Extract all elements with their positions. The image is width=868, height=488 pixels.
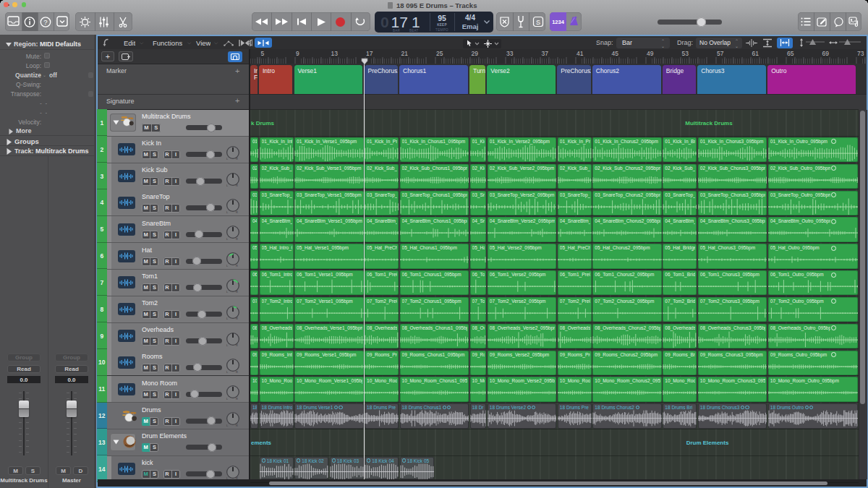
svg-text:S: S bbox=[535, 19, 540, 26]
svg-text:?: ? bbox=[43, 18, 47, 26]
